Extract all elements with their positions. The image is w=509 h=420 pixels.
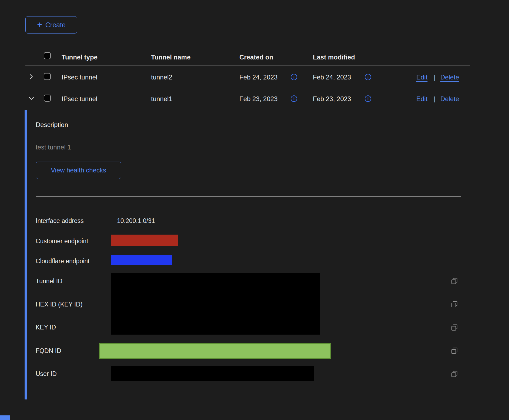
info-glyph: i xyxy=(293,75,294,79)
ids-redaction-box xyxy=(111,273,320,335)
description-text: test tunnel 1 xyxy=(36,144,71,151)
user-id-redaction-box xyxy=(111,366,314,381)
row-checkbox[interactable] xyxy=(44,95,51,102)
info-icon[interactable]: i xyxy=(291,74,297,80)
interface-address-label: Interface address xyxy=(36,217,84,224)
edit-link[interactable]: Edit xyxy=(416,95,427,103)
customer-endpoint-redaction-box xyxy=(111,235,178,246)
expand-chevron-right-icon[interactable] xyxy=(28,74,35,81)
select-all-checkbox[interactable] xyxy=(44,52,51,59)
view-health-checks-label: View health checks xyxy=(51,166,106,174)
last-modified-cell: Feb 24, 2023 xyxy=(313,74,351,81)
copy-icon[interactable] xyxy=(451,301,458,309)
edit-link[interactable]: Edit xyxy=(416,74,427,81)
tunnel-type-cell: IPsec tunnel xyxy=(62,74,97,81)
action-separator: | xyxy=(434,74,436,81)
tunnel-name-cell: tunnel1 xyxy=(151,95,172,103)
interface-address-value: 10.200.1.0/31 xyxy=(117,217,155,224)
customer-endpoint-label: Customer endpoint xyxy=(36,238,88,245)
column-header-last-modified: Last modified xyxy=(313,54,355,61)
collapse-chevron-down-icon[interactable] xyxy=(28,95,35,103)
create-button[interactable]: + Create xyxy=(25,16,77,34)
tunnel-id-label: Tunnel ID xyxy=(36,278,62,285)
view-health-checks-button[interactable]: View health checks xyxy=(36,162,121,179)
column-header-tunnel-name: Tunnel name xyxy=(151,54,190,61)
row-checkbox[interactable] xyxy=(44,73,51,80)
action-separator: | xyxy=(434,95,436,103)
copy-icon[interactable] xyxy=(451,370,458,379)
info-icon[interactable]: i xyxy=(291,95,297,102)
plus-icon: + xyxy=(37,20,42,29)
tunnel-name-cell: tunnel2 xyxy=(151,74,172,81)
section-divider xyxy=(36,196,461,197)
hex-id-label: HEX ID (KEY ID) xyxy=(36,301,82,308)
tunnels-page: + Create Tunnel type Tunnel name Created… xyxy=(0,0,509,420)
info-glyph: i xyxy=(367,75,369,79)
info-icon[interactable]: i xyxy=(365,74,371,80)
created-on-cell: Feb 24, 2023 xyxy=(239,74,277,81)
key-id-label: KEY ID xyxy=(36,324,56,331)
table-bottom-divider xyxy=(25,400,470,400)
column-header-created-on: Created on xyxy=(239,54,273,61)
cloudflare-endpoint-label: Cloudflare endpoint xyxy=(36,258,89,265)
cloudflare-endpoint-redaction-box xyxy=(111,255,172,265)
partial-blue-element xyxy=(0,415,10,420)
delete-link[interactable]: Delete xyxy=(440,95,459,103)
copy-icon[interactable] xyxy=(451,324,458,332)
copy-icon[interactable] xyxy=(451,277,458,286)
info-glyph: i xyxy=(367,96,369,101)
user-id-label: User ID xyxy=(36,370,57,377)
fqdn-id-label: FQDN ID xyxy=(36,347,61,354)
create-button-label: Create xyxy=(45,21,66,29)
expanded-row-accent-bar xyxy=(25,110,27,399)
delete-link[interactable]: Delete xyxy=(440,74,459,81)
tunnel-type-cell: IPsec tunnel xyxy=(62,95,97,103)
row-divider xyxy=(25,87,470,87)
last-modified-cell: Feb 23, 2023 xyxy=(313,95,351,103)
header-divider xyxy=(25,65,470,66)
info-glyph: i xyxy=(293,96,294,101)
fqdn-id-redaction-box xyxy=(99,343,331,359)
column-header-tunnel-type: Tunnel type xyxy=(62,54,98,61)
copy-icon[interactable] xyxy=(451,347,458,356)
info-icon[interactable]: i xyxy=(365,95,371,102)
created-on-cell: Feb 23, 2023 xyxy=(239,95,277,103)
description-heading: Description xyxy=(36,121,68,129)
